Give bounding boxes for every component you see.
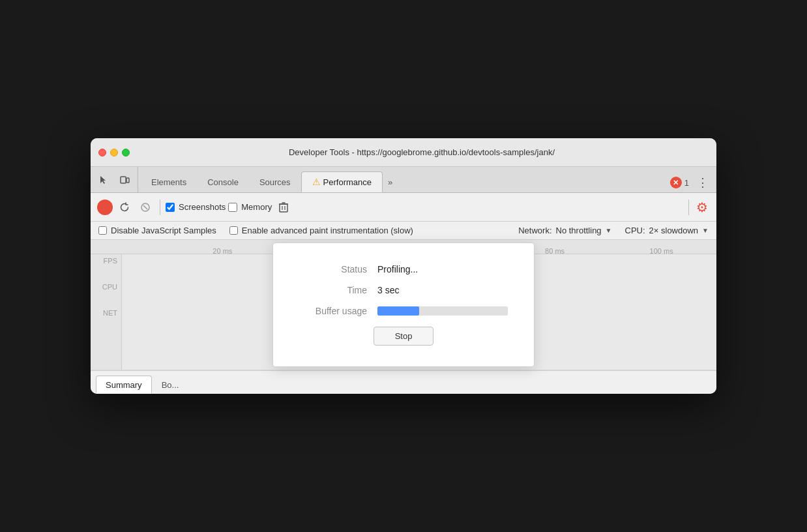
delete-button[interactable] (274, 198, 293, 216)
tab-summary[interactable]: Summary (96, 376, 152, 394)
maximize-button[interactable] (122, 149, 130, 156)
screenshots-checkbox-label[interactable]: Screenshots (166, 202, 226, 212)
cpu-dropdown[interactable]: CPU: 2× slowdown ▼ (625, 226, 709, 235)
status-value: Profiling... (377, 264, 418, 274)
buffer-row: Buffer usage (299, 306, 508, 316)
buffer-progress (377, 306, 508, 316)
tab-elements[interactable]: Elements (141, 171, 197, 192)
stop-icon[interactable] (136, 198, 154, 216)
time-value: 3 sec (377, 285, 399, 295)
minimize-button[interactable] (110, 149, 118, 156)
tab-performance[interactable]: ⚠ Performance (301, 171, 383, 192)
options-row: Disable JavaScript Samples Enable advanc… (91, 222, 716, 240)
network-dropdown[interactable]: Network: No throttling ▼ (518, 226, 611, 235)
cpu-dropdown-arrow: ▼ (702, 227, 709, 234)
enable-paint-checkbox[interactable] (229, 226, 238, 235)
timeline-area: 20 ms 40 ms 60 ms 80 ms 100 ms FPS CPU N… (91, 240, 716, 370)
cursor-icon[interactable] (96, 172, 111, 188)
content-area: 20 ms 40 ms 60 ms 80 ms 100 ms FPS CPU N… (91, 240, 716, 394)
memory-checkbox[interactable] (228, 203, 237, 212)
settings-icon[interactable]: ⚙ (694, 200, 710, 215)
tab-bar-right: ✕ 1 ⋮ (670, 175, 711, 192)
tab-bar-tools (96, 167, 138, 192)
title-bar: Developer Tools - https://googlebrome.gi… (91, 138, 716, 167)
screenshots-checkbox[interactable] (166, 203, 175, 212)
tab-bottom-up[interactable]: Bo... (152, 376, 189, 394)
svg-rect-4 (280, 204, 287, 212)
traffic-lights (98, 149, 130, 156)
bottom-tabs: Summary Bo... (91, 370, 716, 394)
memory-checkbox-label[interactable]: Memory (228, 202, 272, 212)
stop-button[interactable]: Stop (374, 327, 434, 346)
profiling-modal: Status Profiling... Time 3 sec Buffer us… (272, 243, 535, 367)
tab-console[interactable]: Console (197, 171, 249, 192)
modal-overlay: Status Profiling... Time 3 sec Buffer us… (91, 240, 716, 370)
more-options-icon[interactable]: ⋮ (694, 175, 711, 190)
record-button[interactable] (97, 200, 113, 215)
close-button[interactable] (98, 149, 106, 156)
device-toolbar-icon[interactable] (117, 172, 132, 188)
time-label: Time (299, 285, 377, 295)
enable-paint-label[interactable]: Enable advanced paint instrumentation (s… (229, 226, 413, 235)
reload-record-button[interactable] (115, 198, 134, 216)
toolbar-divider-1 (160, 200, 160, 215)
svg-rect-1 (126, 178, 129, 183)
devtools-window: Developer Tools - https://googlebrome.gi… (91, 138, 716, 394)
tab-bar: Elements Console Sources ⚠ Performance »… (91, 167, 716, 193)
network-dropdown-arrow: ▼ (606, 227, 612, 234)
svg-rect-0 (121, 177, 126, 183)
warning-icon: ⚠ (312, 177, 321, 187)
status-row: Status Profiling... (299, 264, 508, 274)
window-title: Developer Tools - https://googlebrome.gi… (135, 147, 709, 157)
buffer-progress-bar (377, 306, 419, 316)
disable-js-samples-label[interactable]: Disable JavaScript Samples (98, 226, 216, 235)
options-right: Network: No throttling ▼ CPU: 2× slowdow… (518, 226, 709, 235)
disable-js-samples-checkbox[interactable] (98, 226, 107, 235)
performance-toolbar: Screenshots Memory ⚙ (91, 193, 716, 222)
buffer-label: Buffer usage (299, 306, 377, 316)
svg-line-3 (143, 205, 147, 209)
time-row: Time 3 sec (299, 285, 508, 295)
tab-more[interactable]: » (383, 171, 398, 192)
error-badge[interactable]: ✕ 1 (670, 177, 689, 188)
tab-sources[interactable]: Sources (249, 171, 301, 192)
toolbar-divider-2 (688, 200, 689, 215)
status-label: Status (299, 264, 377, 274)
error-icon: ✕ (670, 177, 682, 188)
